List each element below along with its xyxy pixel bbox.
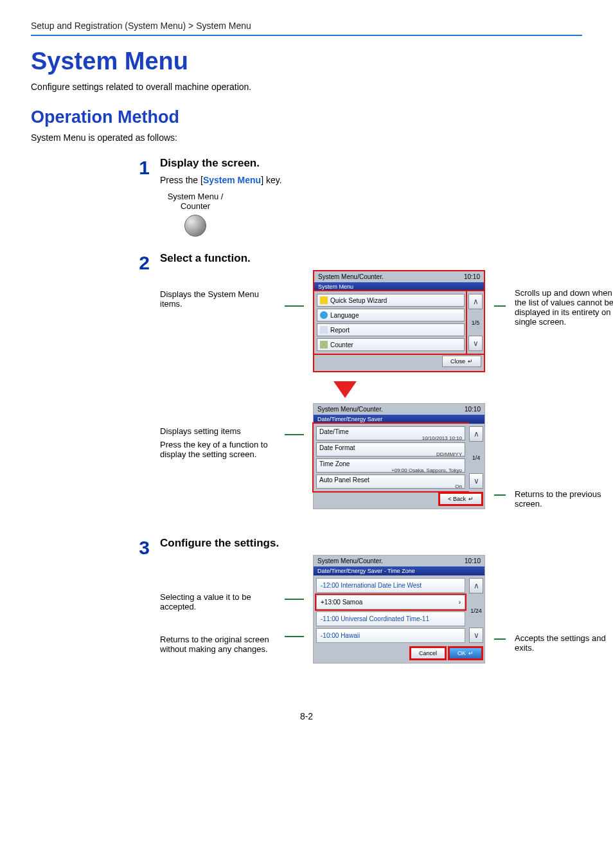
step-2: 2 Select a function. Displays the System… xyxy=(31,252,582,521)
step-1: 1 Display the screen. Press the [System … xyxy=(31,157,582,237)
option-row[interactable]: -11:00 Universal Coordinated Time-11 xyxy=(316,611,465,626)
scroll-bar: ∧ 1/24 ∨ xyxy=(468,575,484,646)
panel-list: -12:00 International Date Line West +13:… xyxy=(314,575,468,646)
connector-line xyxy=(494,305,506,307)
callout-menu-items: Displays the System Menu items. xyxy=(160,270,276,312)
scroll-down-button[interactable]: ∨ xyxy=(469,473,483,489)
menu-row-language[interactable]: Language xyxy=(317,309,465,321)
globe-icon xyxy=(320,311,328,319)
panel-header: System Menu/Counter. xyxy=(317,406,383,413)
step-title: Display the screen. xyxy=(160,157,582,170)
panel-list: Quick Setup Wizard Language Report Count… xyxy=(314,291,467,354)
panel-subtitle: System Menu xyxy=(314,282,484,291)
step-instruction: Press the [System Menu] key. xyxy=(160,175,582,185)
option-row-selected[interactable]: +13:00 Samoa› xyxy=(316,595,465,610)
connector-line xyxy=(285,434,304,435)
back-button[interactable]: < Back↵ xyxy=(440,493,482,505)
callout-ok: Accepts the settings and exits. xyxy=(515,555,613,656)
cancel-button[interactable]: Cancel xyxy=(411,647,445,659)
arrow-down-icon xyxy=(333,381,357,398)
panel-time: 10:10 xyxy=(464,273,480,280)
step-title: Configure the settings. xyxy=(160,537,613,550)
option-row[interactable]: -12:00 International Date Line West xyxy=(316,578,465,593)
callout-scroll: Scrolls up and down when the list of val… xyxy=(515,270,613,330)
connector-line xyxy=(285,599,304,600)
connector-line xyxy=(285,305,304,307)
chevron-up-icon: ∧ xyxy=(473,297,479,306)
step-3: 3 Configure the settings. Selecting a va… xyxy=(31,537,582,673)
connector-line xyxy=(285,636,304,637)
scroll-down-button[interactable]: ∨ xyxy=(469,628,483,643)
chevron-down-icon: ∨ xyxy=(474,476,479,485)
scroll-bar: ∧ 1/4 ∨ xyxy=(468,424,484,491)
scroll-up-button[interactable]: ∧ xyxy=(469,426,483,442)
step-title: Select a function. xyxy=(160,252,613,265)
breadcrumb: Setup and Registration (System Menu) > S… xyxy=(31,21,582,36)
step-number: 3 xyxy=(139,537,150,559)
close-button[interactable]: Close↵ xyxy=(442,356,481,367)
return-icon: ↵ xyxy=(468,358,473,365)
setting-row-datetime[interactable]: Date/Time10/10/2013 10:10 xyxy=(316,426,465,440)
key-label-line1: System Menu / xyxy=(160,192,231,201)
return-icon: ↵ xyxy=(468,496,474,502)
key-label-line2: Counter xyxy=(160,201,231,211)
touchpanel-timezone: System Menu/Counter. 10:10 Date/Timer/En… xyxy=(313,555,485,664)
callout-back: Returns to the previous screen. xyxy=(515,403,613,512)
counter-icon xyxy=(320,341,328,348)
touchpanel-date-timer: System Menu/Counter. 10:10 Date/Timer/En… xyxy=(313,403,485,509)
chevron-down-icon: ∨ xyxy=(473,339,479,348)
setting-row-timezone[interactable]: Time Zone+09:00 Osaka, Sapporo, Tokyo xyxy=(316,458,465,473)
step-number: 1 xyxy=(139,157,150,179)
menu-row-counter[interactable]: Counter xyxy=(317,338,465,351)
chevron-up-icon: ∧ xyxy=(474,581,479,590)
chevron-down-icon: ∨ xyxy=(474,631,479,640)
setting-row-autoreset[interactable]: Auto Panel ResetOn xyxy=(316,475,465,489)
section-intro: System Menu is operated as follows: xyxy=(31,132,582,143)
option-row[interactable]: -10:00 Hawaii xyxy=(316,628,465,643)
callout-setting-items: Displays setting items Press the key of … xyxy=(160,403,276,463)
touchpanel-system-menu: System Menu/Counter. 10:10 System Menu Q… xyxy=(313,270,485,372)
page-title: System Menu xyxy=(31,48,582,75)
section-title: Operation Method xyxy=(31,107,582,127)
hardware-key-figure: System Menu / Counter xyxy=(160,192,231,237)
page-number: 8-2 xyxy=(31,711,582,721)
step-number: 2 xyxy=(139,252,150,274)
panel-time: 10:10 xyxy=(465,557,481,565)
scroll-down-button[interactable]: ∨ xyxy=(468,336,483,351)
scroll-up-button[interactable]: ∧ xyxy=(469,578,483,593)
intro-text: Configure settings related to overall ma… xyxy=(31,82,582,92)
chevron-right-icon: › xyxy=(459,599,461,606)
menu-row-report[interactable]: Report xyxy=(317,323,465,336)
panel-time: 10:10 xyxy=(465,406,481,413)
scroll-bar: ∧ 1/5 ∨ xyxy=(467,291,484,354)
callout-select-cancel: Selecting a value it to be accepted. Ret… xyxy=(160,555,276,658)
report-icon xyxy=(320,326,328,334)
panel-list: Date/Time10/10/2013 10:10 Date FormatDD/… xyxy=(314,424,468,491)
ok-button[interactable]: OK↵ xyxy=(449,647,482,659)
chevron-up-icon: ∧ xyxy=(474,429,479,439)
panel-subtitle: Date/Timer/Energy Saver - Time Zone xyxy=(314,566,484,575)
setting-row-dateformat[interactable]: Date FormatDD/MM/YY xyxy=(316,442,465,457)
panel-header: System Menu/Counter. xyxy=(318,273,384,280)
connector-line xyxy=(494,638,506,640)
hardware-button-icon xyxy=(184,215,206,237)
menu-row-wizard[interactable]: Quick Setup Wizard xyxy=(317,294,465,307)
panel-header: System Menu/Counter. xyxy=(317,557,383,565)
return-icon: ↵ xyxy=(468,650,474,656)
system-menu-keyword: System Menu xyxy=(203,175,261,185)
wizard-icon xyxy=(320,296,328,304)
scroll-up-button[interactable]: ∧ xyxy=(468,294,483,309)
panel-subtitle: Date/Timer/Energy Saver xyxy=(314,415,484,424)
scroll-page: 1/24 xyxy=(470,608,482,614)
connector-line xyxy=(494,494,506,496)
scroll-page: 1/4 xyxy=(472,455,481,461)
scroll-page: 1/5 xyxy=(472,320,480,326)
